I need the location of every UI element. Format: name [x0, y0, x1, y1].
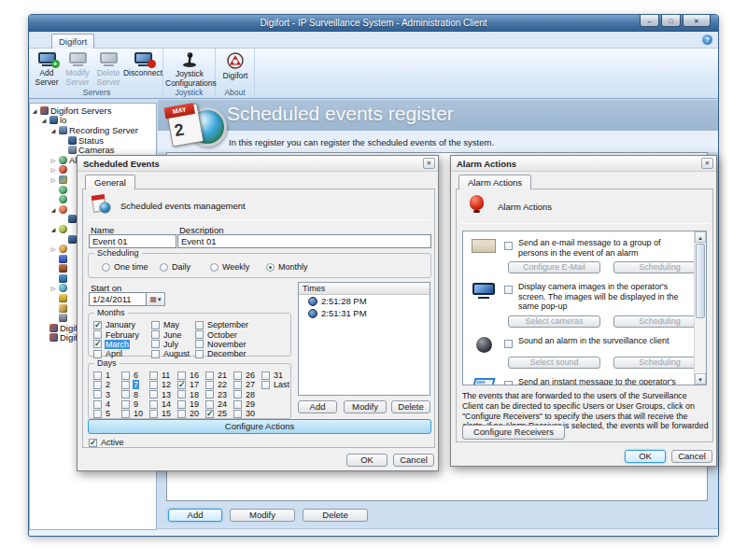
day-13[interactable]: 13: [149, 390, 177, 399]
day-28[interactable]: 28: [233, 390, 261, 399]
day-21[interactable]: 21: [205, 371, 233, 380]
day-24[interactable]: 24: [205, 399, 233, 409]
register-modify-button[interactable]: Modify: [230, 509, 295, 522]
configure-receivers-button[interactable]: Configure Receivers: [462, 425, 565, 440]
radio-weekly[interactable]: Weekly: [210, 262, 250, 272]
times-delete-button[interactable]: Delete: [391, 400, 430, 413]
day-29[interactable]: 29: [233, 399, 261, 409]
day-12[interactable]: 12: [149, 380, 177, 389]
day-18[interactable]: 18: [177, 390, 205, 399]
close-icon[interactable]: ✕: [423, 158, 435, 169]
sound-scheduling-button[interactable]: Scheduling: [613, 357, 706, 369]
description-field[interactable]: [177, 234, 431, 248]
digifort-about-button[interactable]: Digifort: [218, 51, 252, 81]
day-23[interactable]: 23: [205, 390, 233, 399]
scheduled-events-ok-button[interactable]: OK: [346, 454, 388, 467]
month-may[interactable]: May: [151, 320, 195, 329]
times-listbox[interactable]: Times 2:51:28 PM 2:51:31 PM: [298, 282, 430, 396]
add-server-button[interactable]: + Add Server: [33, 51, 61, 87]
month-august[interactable]: August: [151, 349, 195, 358]
month-november[interactable]: November: [195, 340, 249, 349]
times-modify-button[interactable]: Modify: [344, 400, 387, 413]
action-sound-checkbox[interactable]: [504, 340, 513, 348]
day-25[interactable]: 25: [205, 409, 233, 418]
day-6[interactable]: 6: [121, 371, 149, 380]
day-2[interactable]: 2: [93, 380, 121, 389]
close-button[interactable]: ✕: [683, 15, 711, 27]
disconnect-button[interactable]: Disconnect: [122, 51, 163, 78]
day-3[interactable]: 3: [93, 390, 121, 399]
day-5[interactable]: 5: [93, 409, 121, 418]
month-february[interactable]: February: [93, 329, 151, 339]
scheduled-events-cancel-button[interactable]: Cancel: [393, 454, 434, 467]
configure-actions-button[interactable]: Configure Actions: [88, 419, 431, 434]
maximize-button[interactable]: □: [661, 15, 681, 27]
month-april[interactable]: April: [93, 349, 151, 358]
day-31[interactable]: 31: [261, 371, 290, 380]
day-8[interactable]: 8: [121, 390, 149, 399]
joystick-configurations-button[interactable]: Joystick Configurations: [165, 51, 214, 88]
select-cameras-button[interactable]: Select cameras: [508, 315, 600, 328]
day-9[interactable]: 9: [121, 399, 149, 409]
day-30[interactable]: 30: [233, 409, 261, 418]
day-20[interactable]: 20: [177, 409, 205, 418]
day-1[interactable]: 1: [93, 371, 121, 380]
day-16[interactable]: 16: [177, 371, 205, 380]
modify-server-button[interactable]: Modify Server: [63, 51, 92, 87]
month-october[interactable]: October: [195, 329, 249, 339]
display-scheduling-button[interactable]: Scheduling: [613, 315, 706, 328]
month-july[interactable]: July: [151, 340, 195, 349]
month-march[interactable]: March: [93, 340, 151, 349]
alarm-actions-cancel-button[interactable]: Cancel: [671, 450, 712, 463]
day-22[interactable]: 22: [205, 380, 233, 389]
email-scheduling-button[interactable]: Scheduling: [613, 261, 706, 273]
name-field[interactable]: [89, 234, 176, 248]
radio-one-time[interactable]: One time: [102, 262, 149, 272]
day-last[interactable]: Last: [261, 380, 290, 389]
configure-email-button[interactable]: Configure E-Mail: [508, 261, 600, 273]
day-11[interactable]: 11: [149, 371, 177, 380]
times-add-button[interactable]: Add: [298, 400, 337, 413]
day-10[interactable]: 10: [121, 409, 149, 418]
scrollbar-thumb[interactable]: [696, 244, 705, 318]
tree-item-status[interactable]: Status: [30, 135, 156, 146]
action-display-checkbox[interactable]: [504, 286, 513, 294]
tree-item-cameras[interactable]: Cameras: [30, 145, 156, 155]
tab-digifort[interactable]: Digifort: [51, 34, 94, 49]
select-sound-button[interactable]: Select sound: [508, 357, 600, 369]
radio-daily[interactable]: Daily: [160, 262, 191, 272]
help-icon[interactable]: ?: [702, 35, 712, 45]
close-icon[interactable]: ✕: [701, 158, 713, 169]
scroll-down-icon[interactable]: ▼: [695, 373, 706, 385]
minimize-button[interactable]: –: [640, 15, 659, 27]
day-15[interactable]: 15: [149, 409, 177, 418]
tree-item-recording-server[interactable]: ◢Recording Server: [30, 125, 156, 135]
day-26[interactable]: 26: [233, 371, 261, 380]
tab-general[interactable]: General: [85, 175, 135, 189]
register-delete-button[interactable]: Delete: [303, 509, 368, 522]
month-january[interactable]: January: [93, 320, 151, 329]
delete-server-button[interactable]: Delete Server: [94, 51, 122, 87]
day-7[interactable]: 7: [121, 380, 149, 389]
register-add-button[interactable]: Add: [168, 509, 222, 522]
tree-item-digifort-servers[interactable]: ◢Digifort Servers: [30, 105, 156, 116]
day-19[interactable]: 19: [177, 399, 205, 409]
day-14[interactable]: 14: [149, 399, 177, 409]
action-message-checkbox[interactable]: [504, 381, 513, 386]
tree-item-lo[interactable]: ◢lo: [30, 116, 156, 126]
tab-alarm-actions[interactable]: Alarm Actions: [458, 175, 531, 189]
day-17[interactable]: 17: [177, 380, 205, 389]
radio-monthly[interactable]: Monthly: [266, 262, 309, 272]
alarm-actions-ok-button[interactable]: OK: [625, 450, 666, 463]
day-4[interactable]: 4: [93, 399, 121, 409]
month-june[interactable]: June: [151, 329, 195, 339]
month-december[interactable]: December: [195, 349, 249, 358]
scrollbar[interactable]: ▲ ▼: [694, 231, 706, 385]
scroll-up-icon[interactable]: ▲: [695, 231, 706, 243]
month-september[interactable]: September: [195, 320, 249, 329]
active-checkbox[interactable]: Active: [89, 438, 125, 447]
time-item[interactable]: 2:51:31 PM: [299, 307, 430, 319]
start-on-date-field[interactable]: [89, 292, 147, 306]
date-picker-button[interactable]: [147, 292, 165, 306]
action-email-checkbox[interactable]: [504, 242, 513, 250]
